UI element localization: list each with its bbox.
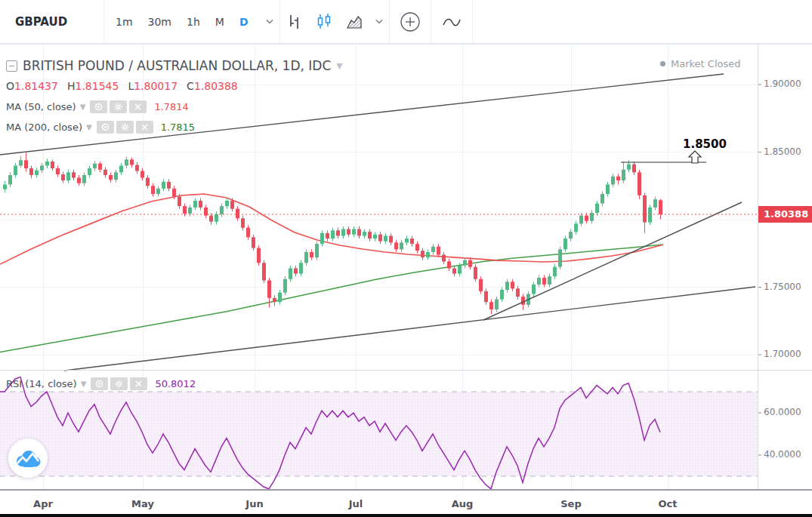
ma50-settings-gear-icon[interactable] xyxy=(110,100,127,113)
rsi-axis-label: 60.0000 xyxy=(764,407,801,417)
low-value: 1.80017 xyxy=(134,80,178,92)
ma200-settings-gear-icon[interactable] xyxy=(116,121,134,134)
publish-cloud-button[interactable] xyxy=(8,439,48,478)
rsi-label[interactable]: RSI (14, close) xyxy=(6,378,77,389)
collapse-pane-icon[interactable] xyxy=(6,60,17,72)
toolbar-separator xyxy=(472,0,473,43)
interval-button-1h[interactable]: 1h xyxy=(179,16,208,28)
ma50-dropdown-chevron-icon[interactable]: ▼ xyxy=(80,103,86,111)
cloud-chart-icon xyxy=(14,448,42,468)
symbol-name[interactable]: GBPAUD xyxy=(0,15,103,29)
lower-channel-line[interactable] xyxy=(64,287,755,371)
trading-chart-app: GBPAUD 1m30m1hMD xyxy=(0,0,812,517)
ma200-value: 1.7815 xyxy=(161,122,196,133)
month-label: Jul xyxy=(349,498,363,509)
rsi-remove-x-icon[interactable] xyxy=(130,377,147,390)
main-chart-pane[interactable] xyxy=(0,0,812,517)
ma50-label[interactable]: MA (50, close) xyxy=(6,101,76,112)
ma200-remove-x-icon[interactable] xyxy=(136,121,153,134)
month-label: Jun xyxy=(245,498,263,509)
rsi-legend-row: RSI (14, close) ▼ 50.8012 xyxy=(6,377,196,390)
interval-group: 1m30m1hMD xyxy=(104,16,260,28)
bars-icon[interactable] xyxy=(280,0,309,43)
month-label: May xyxy=(131,498,154,509)
month-label: Oct xyxy=(659,498,678,509)
chart-title[interactable]: BRITISH POUND / AUSTRALIAN DOLLAR, 1D, I… xyxy=(23,58,331,73)
high-label: H xyxy=(67,80,76,92)
ma200-visibility-icon[interactable] xyxy=(97,121,114,134)
price-axis-border xyxy=(758,43,758,489)
market-status-label: Market Closed xyxy=(671,58,741,69)
chart-header: BRITISH POUND / AUSTRALIAN DOLLAR, 1D, I… xyxy=(6,58,343,73)
interval-button-1m[interactable]: 1m xyxy=(108,16,140,28)
last-price-badge: 1.80388 xyxy=(758,206,812,223)
month-label: Sep xyxy=(560,498,582,509)
close-label: C xyxy=(187,80,194,92)
price-axis-label: 1.75000 xyxy=(764,282,801,292)
bottom-strip xyxy=(0,514,812,517)
month-label: Apr xyxy=(33,498,53,509)
area-chart-icon[interactable] xyxy=(339,0,369,43)
open-label: O xyxy=(6,80,14,92)
ma50-value: 1.7814 xyxy=(154,101,189,112)
ma200-dropdown-chevron-icon[interactable]: ▼ xyxy=(86,123,92,131)
compare-plus-icon[interactable] xyxy=(390,0,431,43)
rsi-dropdown-chevron-icon[interactable]: ▼ xyxy=(81,380,87,388)
rsi-settings-gear-icon[interactable] xyxy=(110,377,128,390)
title-dropdown-chevron-icon[interactable]: ▼ xyxy=(336,61,342,71)
month-label: Aug xyxy=(452,498,474,509)
rsi-axis-label: 40.0000 xyxy=(764,449,801,460)
rsi-band xyxy=(0,392,758,476)
pane-divider[interactable] xyxy=(0,370,812,371)
interval-button-30m[interactable]: 30m xyxy=(140,16,179,28)
top-toolbar: GBPAUD 1m30m1hMD xyxy=(0,0,812,45)
price-axis-label: 1.90000 xyxy=(764,78,801,89)
ma200-legend-row: MA (200, close) ▼ 1.7815 xyxy=(6,121,195,134)
close-value: 1.80388 xyxy=(194,80,238,92)
price-axis-label: 1.70000 xyxy=(764,349,801,359)
ma200-label[interactable]: MA (200, close) xyxy=(6,122,82,133)
up-arrow-icon[interactable] xyxy=(689,151,701,163)
ohlc-row: O1.81437H1.81545L1.80017C1.80388 xyxy=(6,80,238,92)
ma50-remove-x-icon[interactable] xyxy=(129,100,147,113)
candles-icon[interactable] xyxy=(309,0,339,43)
line-tool-icon[interactable] xyxy=(431,0,472,43)
high-value: 1.81545 xyxy=(75,80,119,92)
chart-type-dropdown-chevron-icon[interactable] xyxy=(369,19,389,24)
ma50-legend-row: MA (50, close) ▼ 1.7814 xyxy=(6,100,189,113)
time-axis[interactable]: AprMayJunJulAugSepOct xyxy=(0,491,812,514)
market-status-dot-icon xyxy=(660,61,665,66)
market-status: Market Closed xyxy=(660,58,741,69)
ma50-visibility-icon[interactable] xyxy=(90,100,107,113)
open-value: 1.81437 xyxy=(14,80,58,92)
interval-dropdown-chevron-icon[interactable] xyxy=(260,19,279,24)
rsi-visibility-icon[interactable] xyxy=(91,377,108,390)
candlestick-series xyxy=(3,152,662,314)
rsi-value: 50.8012 xyxy=(155,378,196,389)
interval-button-D[interactable]: D xyxy=(232,16,256,28)
price-target-annotation[interactable]: 1.8500 xyxy=(681,137,729,151)
price-axis-label: 1.85000 xyxy=(764,146,801,157)
interval-button-M[interactable]: M xyxy=(208,16,232,28)
